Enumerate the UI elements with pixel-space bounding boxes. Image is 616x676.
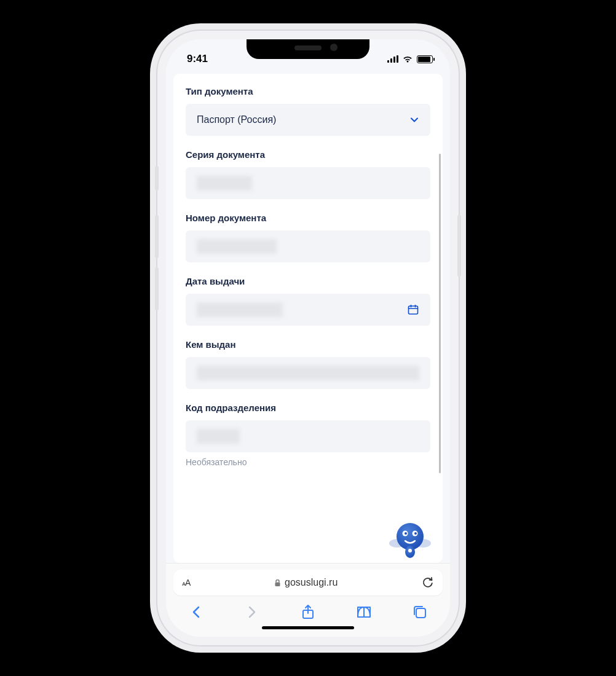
input-doc-series[interactable] bbox=[186, 167, 430, 199]
url-bar[interactable]: ᴀA gosuslugi.ru bbox=[173, 570, 443, 595]
hint-dept-code: Необязательно bbox=[186, 457, 430, 467]
redacted-value bbox=[197, 302, 283, 317]
field-issue-date: Дата выдачи bbox=[186, 276, 430, 326]
back-button[interactable] bbox=[188, 604, 204, 620]
home-indicator[interactable] bbox=[262, 626, 354, 629]
url-display: gosuslugi.ru bbox=[274, 577, 338, 588]
svg-rect-12 bbox=[416, 608, 425, 618]
select-value: Паспорт (Россия) bbox=[197, 114, 276, 125]
label-doc-type: Тип документа bbox=[186, 86, 430, 96]
svg-point-9 bbox=[414, 532, 417, 535]
browser-chrome: ᴀA gosuslugi.ru bbox=[166, 563, 450, 637]
notch bbox=[247, 39, 369, 59]
mute-switch bbox=[155, 166, 159, 191]
label-issue-date: Дата выдачи bbox=[186, 276, 430, 286]
page-content: Тип документа Паспорт (Россия) Серия док… bbox=[166, 69, 450, 563]
reader-aa-button[interactable]: ᴀA bbox=[182, 578, 190, 588]
label-doc-series: Серия документа bbox=[186, 149, 430, 160]
browser-toolbar bbox=[173, 595, 443, 623]
redacted-value bbox=[197, 176, 252, 191]
field-issued-by: Кем выдан bbox=[186, 339, 430, 389]
forward-button bbox=[244, 604, 260, 620]
field-dept-code: Код подразделения Необязательно bbox=[186, 403, 430, 467]
input-doc-number[interactable] bbox=[186, 230, 430, 262]
field-doc-type: Тип документа Паспорт (Россия) bbox=[186, 86, 430, 136]
volume-up bbox=[155, 215, 159, 258]
svg-point-5 bbox=[408, 549, 412, 552]
wifi-icon bbox=[402, 55, 413, 63]
reload-icon[interactable] bbox=[422, 576, 434, 589]
tabs-button[interactable] bbox=[412, 604, 428, 620]
signal-icon bbox=[387, 55, 398, 63]
bookmarks-button[interactable] bbox=[356, 604, 372, 620]
input-issued-by[interactable] bbox=[186, 357, 430, 389]
redacted-value bbox=[197, 429, 240, 444]
volume-down bbox=[155, 267, 159, 310]
redacted-value bbox=[197, 366, 419, 380]
input-issue-date[interactable] bbox=[186, 294, 430, 326]
screen: 9:41 Тип документа Паспорт (Россия) bbox=[166, 39, 450, 637]
field-doc-series: Серия документа bbox=[186, 149, 430, 199]
select-doc-type[interactable]: Паспорт (Россия) bbox=[186, 104, 430, 136]
label-doc-number: Номер документа bbox=[186, 213, 430, 223]
share-button[interactable] bbox=[300, 604, 316, 620]
calendar-icon[interactable] bbox=[407, 304, 419, 316]
label-issued-by: Кем выдан bbox=[186, 339, 430, 350]
url-domain: gosuslugi.ru bbox=[285, 577, 338, 588]
svg-rect-0 bbox=[409, 306, 418, 314]
battery-icon bbox=[417, 55, 433, 63]
scrollbar[interactable] bbox=[439, 154, 441, 473]
input-dept-code[interactable] bbox=[186, 420, 430, 452]
redacted-value bbox=[197, 239, 277, 254]
status-time: 9:41 bbox=[187, 53, 208, 65]
form-card: Тип документа Паспорт (Россия) Серия док… bbox=[173, 74, 443, 563]
field-doc-number: Номер документа bbox=[186, 213, 430, 262]
chevron-down-icon bbox=[409, 115, 419, 125]
label-dept-code: Код подразделения bbox=[186, 403, 430, 413]
svg-point-7 bbox=[405, 532, 407, 535]
assistant-mascot-icon[interactable] bbox=[389, 516, 432, 559]
power-button bbox=[457, 215, 461, 277]
svg-rect-10 bbox=[275, 582, 280, 586]
phone-mockup: 9:41 Тип документа Паспорт (Россия) bbox=[157, 31, 459, 645]
lock-icon bbox=[274, 579, 281, 587]
